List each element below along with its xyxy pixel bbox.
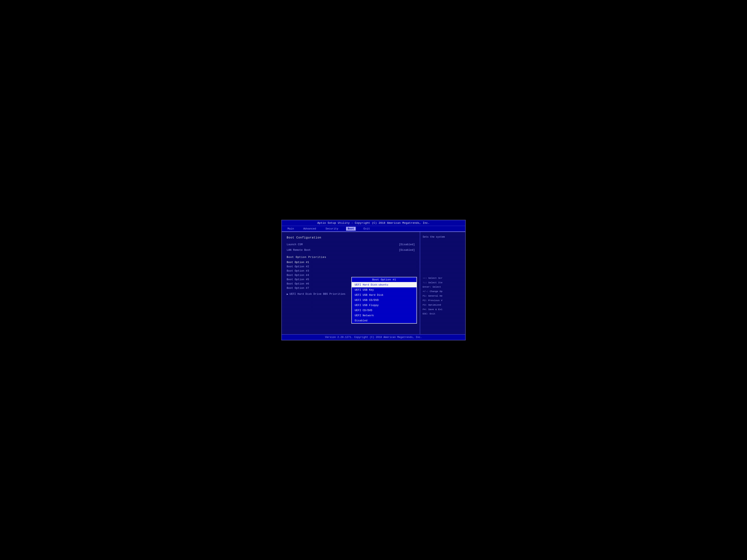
nav-bar: Main Advanced Security Boot Exit [282,226,465,232]
section-title: Boot Configuration [287,236,415,239]
dropdown-item-0[interactable]: UEFI Hard Disk:ubuntu [352,282,416,287]
launch-csm-label: Launch CSM [287,243,303,246]
dropdown-item-4[interactable]: UEFI USB Floppy [352,303,416,308]
dropdown-item-2[interactable]: UEFI USB Hard Disk [352,292,416,298]
footer-text: Version 2.20.1271. Copyright (C) 2018 Am… [325,336,422,339]
key-hint-3: +/-: Change Op [423,289,463,294]
help-keys: →←: Select Scr ↑↓: Select Ite Enter: Sel… [423,276,463,316]
bbs-label: UEFI Hard Disk Drive BBS Priorities [289,292,345,296]
dropdown-item-6[interactable]: UEFI Network [352,313,416,318]
key-hint-0: →←: Select Scr [423,276,463,281]
key-hint-4: F1: General He [423,294,463,298]
boot-option-2[interactable]: Boot Option #2 [287,265,415,268]
nav-item-boot[interactable]: Boot [346,227,356,231]
footer-bar: Version 2.20.1271. Copyright (C) 2018 Am… [282,334,465,340]
key-hint-1: ↑↓: Select Ite [423,281,463,285]
key-hint-2: Enter: Select [423,285,463,289]
boot-option-4[interactable]: Boot Option #4 [287,274,415,277]
nav-item-exit[interactable]: Exit [362,227,371,231]
key-hint-6: F3: Optimized [423,303,463,307]
launch-csm-row: Launch CSM [Disabled] [287,243,415,246]
boot-priorities-label: Boot Option Priorities [287,256,415,259]
boot-option-1[interactable]: Boot Option #1 [287,261,415,264]
title-bar: Aptio Setup Utility - Copyright (C) 2018… [282,220,465,226]
lan-remote-boot-label: LAN Remote Boot [287,248,311,251]
lan-remote-boot-value[interactable]: [Disabled] [399,248,415,251]
launch-csm-value[interactable]: [Disabled] [399,243,415,246]
dropdown-item-3[interactable]: UEFI USB CD/DVD [352,298,416,303]
main-content: Boot Configuration Launch CSM [Disabled]… [282,232,465,334]
left-panel: Boot Configuration Launch CSM [Disabled]… [282,232,420,334]
key-hint-5: F2: Previous V [423,298,463,303]
nav-item-advanced[interactable]: Advanced [302,227,317,231]
key-hint-8: ESC: Exit [423,312,463,316]
key-hint-7: F4: Save & Exi [423,307,463,312]
dropdown-title: Boot Option #1 [352,277,416,282]
right-panel: Sets the system →←: Select Scr ↑↓: Selec… [420,232,465,334]
dropdown-item-5[interactable]: UEFI CD/DVD [352,308,416,313]
dropdown-item-1[interactable]: UEFI USB Key [352,287,416,292]
title-text: Aptio Setup Utility - Copyright (C) 2018… [317,221,430,224]
lan-remote-boot-row: LAN Remote Boot [Disabled] [287,248,415,252]
nav-item-main[interactable]: Main [286,227,295,231]
boot-option-dropdown[interactable]: Boot Option #1 UEFI Hard Disk:ubuntu UEF… [352,277,417,324]
dropdown-item-7[interactable]: Disabled [352,318,416,323]
nav-item-security[interactable]: Security [324,227,340,231]
bbs-arrow-icon: ▶ [287,292,288,296]
boot-option-3[interactable]: Boot Option #3 [287,269,415,272]
bios-screen: Aptio Setup Utility - Copyright (C) 2018… [281,220,466,340]
help-text: Sets the system [423,235,463,239]
